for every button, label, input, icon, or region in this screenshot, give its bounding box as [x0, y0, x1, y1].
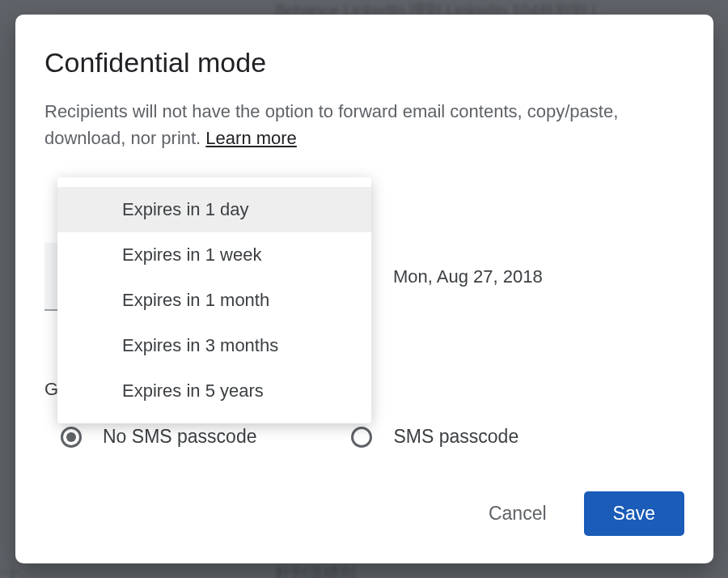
cancel-button[interactable]: Cancel — [482, 495, 553, 533]
backdrop-text: --j-. — [0, 563, 24, 578]
sms-passcode-radio[interactable]: SMS passcode — [351, 426, 518, 448]
dialog-button-row: Cancel Save — [482, 491, 684, 536]
radio-unselected-icon — [351, 427, 372, 448]
learn-more-link[interactable]: Learn more — [205, 128, 297, 148]
expiration-dropdown: Expires in 1 day Expires in 1 week Expir… — [57, 177, 371, 423]
confidential-mode-dialog: Confidential mode Recipients will not ha… — [15, 15, 713, 563]
dialog-description-text: Recipients will not have the option to f… — [44, 101, 618, 148]
radio-selected-icon — [61, 427, 82, 448]
no-sms-passcode-label: No SMS passcode — [103, 426, 256, 448]
expiration-option-1-month[interactable]: Expires in 1 month — [57, 278, 371, 323]
backdrop-text: 針到這績則 — [275, 563, 356, 578]
expiration-date-text: Mon, Aug 27, 2018 — [393, 266, 543, 287]
sms-passcode-label: SMS passcode — [393, 426, 518, 448]
dialog-title: Confidential mode — [44, 47, 684, 79]
expiration-option-5-years[interactable]: Expires in 5 years — [57, 368, 371, 414]
dialog-description: Recipients will not have the option to f… — [44, 98, 684, 151]
expiration-option-1-day[interactable]: Expires in 1 day — [57, 187, 371, 232]
passcode-radio-group: No SMS passcode SMS passcode — [61, 426, 518, 448]
expiration-option-3-months[interactable]: Expires in 3 months — [57, 323, 371, 368]
expiration-option-1-week[interactable]: Expires in 1 week — [57, 232, 371, 278]
no-sms-passcode-radio[interactable]: No SMS passcode — [61, 426, 256, 448]
save-button[interactable]: Save — [584, 491, 684, 536]
